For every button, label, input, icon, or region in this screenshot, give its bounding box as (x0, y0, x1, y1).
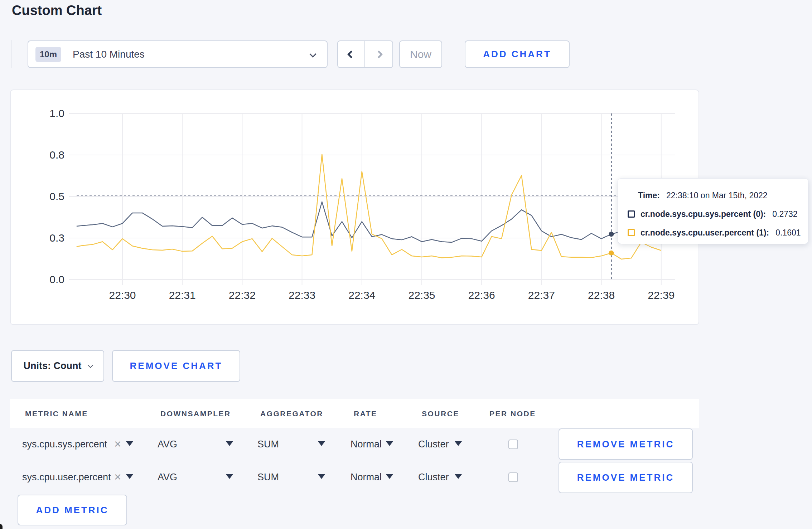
metric-dropdown-caret-icon[interactable] (126, 441, 133, 446)
svg-text:0.3: 0.3 (49, 232, 64, 244)
per-node-checkbox[interactable] (508, 472, 518, 482)
units-select[interactable]: Units: Count (11, 350, 104, 382)
toolbar-divider (11, 40, 11, 68)
metric-name-value[interactable]: sys.cpu.user.percent (22, 472, 111, 483)
svg-text:22:38: 22:38 (588, 289, 615, 301)
series-sys-legend-icon (628, 210, 635, 218)
tooltip-series-value: 0.2732 (772, 209, 797, 219)
time-step-buttons (337, 40, 393, 68)
aggregator-caret-icon[interactable] (318, 441, 325, 446)
chart-tooltip: Time: 22:38:10 on Mar 15th, 2022 cr.node… (618, 178, 808, 244)
aggregator-select[interactable]: SUM (257, 472, 279, 483)
rate-caret-icon[interactable] (386, 441, 393, 446)
chevron-right-icon (375, 50, 383, 58)
next-timespan-button[interactable] (365, 41, 392, 67)
column-header-aggregator: AGGREGATOR (260, 409, 323, 418)
page-title: Custom Chart (12, 3, 102, 18)
source-caret-icon[interactable] (455, 441, 462, 446)
rate-select[interactable]: Normal (351, 472, 382, 483)
tooltip-series-row: cr.node.sys.cpu.sys.percent (0): 0.2732 (628, 207, 798, 221)
rate-select[interactable]: Normal (351, 439, 382, 450)
source-caret-icon[interactable] (455, 474, 462, 479)
tooltip-time-label: Time: (638, 191, 660, 200)
column-header-rate: RATE (354, 409, 377, 418)
time-range-label: Past 10 Minutes (73, 49, 145, 60)
line-chart[interactable]: 0.00.30.50.81.022:3022:3122:3222:3322:34… (11, 90, 699, 324)
column-header-source: SOURCE (422, 409, 459, 418)
column-header-metric-name: METRIC NAME (25, 409, 88, 418)
clear-metric-icon[interactable]: ✕ (114, 472, 122, 483)
column-header-per-node: PER NODE (489, 409, 536, 418)
aggregator-select[interactable]: SUM (257, 439, 279, 450)
svg-text:22:32: 22:32 (229, 289, 256, 301)
now-button[interactable]: Now (399, 40, 442, 68)
downsampler-caret-icon[interactable] (226, 474, 233, 479)
add-chart-button[interactable]: ADD CHART (465, 40, 570, 68)
column-header-downsampler: DOWNSAMPLER (160, 409, 231, 418)
source-select[interactable]: Cluster (418, 472, 449, 483)
tooltip-series-label: cr.node.sys.cpu.sys.percent (0): (641, 209, 766, 219)
time-range-badge: 10m (35, 47, 61, 62)
metric-name-value[interactable]: sys.cpu.sys.percent (22, 439, 107, 450)
tooltip-series-label: cr.node.sys.cpu.user.percent (1): (641, 228, 769, 238)
tooltip-series-row: cr.node.sys.cpu.user.percent (1): 0.1601 (628, 225, 801, 240)
window-corner-artifact (0, 524, 3, 529)
tooltip-time-row: Time: 22:38:10 on Mar 15th, 2022 (638, 188, 768, 203)
downsampler-caret-icon[interactable] (226, 441, 233, 446)
svg-text:22:35: 22:35 (408, 289, 435, 301)
chart-panel: 0.00.30.50.81.022:3022:3122:3222:3322:34… (10, 89, 699, 325)
chevron-left-icon (347, 50, 356, 58)
svg-text:22:39: 22:39 (648, 289, 675, 301)
units-label: Units: Count (24, 360, 82, 372)
downsampler-select[interactable]: AVG (158, 439, 177, 450)
metric-dropdown-caret-icon[interactable] (126, 474, 133, 479)
source-select[interactable]: Cluster (418, 439, 449, 450)
time-range-select[interactable]: 10m Past 10 Minutes (28, 40, 328, 68)
rate-caret-icon[interactable] (386, 474, 393, 479)
svg-text:22:37: 22:37 (528, 289, 555, 301)
clear-metric-icon[interactable]: ✕ (114, 439, 122, 450)
svg-text:0.0: 0.0 (49, 273, 64, 285)
previous-timespan-button[interactable] (338, 41, 365, 67)
aggregator-caret-icon[interactable] (318, 474, 325, 479)
svg-text:0.5: 0.5 (49, 190, 64, 202)
svg-text:1.0: 1.0 (49, 107, 64, 119)
add-metric-button[interactable]: ADD METRIC (18, 495, 127, 525)
downsampler-select[interactable]: AVG (158, 472, 177, 483)
remove-metric-button[interactable]: REMOVE METRIC (559, 428, 693, 460)
svg-text:22:34: 22:34 (348, 289, 375, 301)
custom-chart-page: Custom Chart 10m Past 10 Minutes Now ADD… (0, 0, 812, 529)
tooltip-series-value: 0.1601 (775, 228, 801, 238)
chevron-down-icon (309, 50, 316, 58)
remove-chart-button[interactable]: REMOVE CHART (112, 350, 240, 382)
svg-text:0.8: 0.8 (49, 149, 64, 161)
svg-text:22:31: 22:31 (169, 289, 196, 301)
remove-metric-button[interactable]: REMOVE METRIC (559, 462, 693, 493)
per-node-checkbox[interactable] (508, 440, 518, 449)
tooltip-time-value: 22:38:10 on Mar 15th, 2022 (666, 191, 768, 200)
series-user-legend-icon (628, 229, 635, 236)
svg-text:22:30: 22:30 (109, 289, 136, 301)
chevron-down-icon (88, 363, 93, 368)
svg-text:22:33: 22:33 (289, 289, 315, 301)
svg-text:22:36: 22:36 (468, 289, 495, 301)
